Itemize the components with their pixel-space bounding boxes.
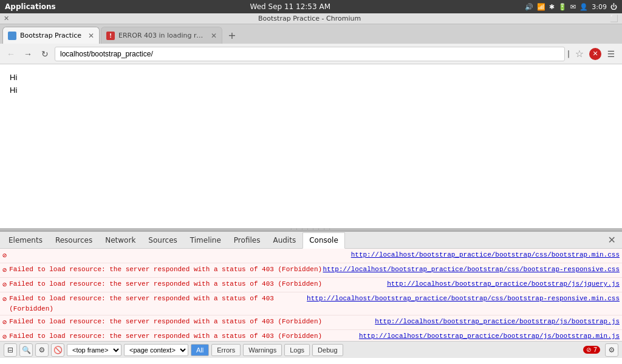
error-icon-3: ⊘ <box>2 294 7 305</box>
error-msg-5: Failed to load resource: the server resp… <box>9 331 359 341</box>
devtools-tab-resources[interactable]: Resources <box>49 232 99 248</box>
filter-warnings-button[interactable]: Warnings <box>243 344 282 356</box>
navigation-bar: ← → ↻ | ☆ ✕ ☰ <box>0 44 622 64</box>
filter-debug-button[interactable]: Debug <box>312 344 343 356</box>
devtools-panel: Elements Resources Network Sources Timel… <box>0 231 622 358</box>
page-content: Hi Hi <box>0 64 622 228</box>
devtools-close-button[interactable]: ✕ <box>604 234 620 246</box>
devtools-tab-elements[interactable]: Elements <box>2 232 49 248</box>
forward-button[interactable]: → <box>21 47 35 61</box>
browser-titlebar: ✕ Bootstrap Practice - Chromium ⬜ <box>0 13 622 24</box>
page-hi-1: Hi <box>10 72 612 84</box>
console-error-0: ⊘ http://localhost/bootstrap_practice/bo… <box>0 249 622 263</box>
error-count-badge: ⊘ 7 <box>583 346 600 354</box>
filter-errors-button[interactable]: Errors <box>211 344 241 356</box>
devtools-tab-profiles[interactable]: Profiles <box>228 232 267 248</box>
error-icon-4: ⊘ <box>2 317 7 328</box>
tab-error-403[interactable]: ! ERROR 403 in loading res... ✕ <box>101 27 222 44</box>
devtools-tab-audits[interactable]: Audits <box>267 232 302 248</box>
error-icon-5: ⊘ <box>2 332 7 341</box>
tab-bootstrap-practice[interactable]: Bootstrap Practice ✕ <box>2 27 100 44</box>
new-tab-button[interactable]: + <box>224 27 241 44</box>
error-url-0[interactable]: http://localhost/bootstrap_practice/boot… <box>351 250 620 260</box>
bookmark-star-icon[interactable]: ☆ <box>572 47 587 61</box>
os-time: 3:09 <box>592 3 607 11</box>
devtools-search-button[interactable]: 🔍 <box>19 343 33 357</box>
os-system-tray: 🔊 📶 ✱ 🔋 ✉ 👤 3:09 ⏻ <box>525 3 617 11</box>
error-url-4[interactable]: http://localhost/bootstrap_practice/boot… <box>375 317 620 327</box>
devtools-tab-timeline[interactable]: Timeline <box>184 232 228 248</box>
console-error-4: ⊘ Failed to load resource: the server re… <box>0 315 622 330</box>
battery-icon: 🔋 <box>558 3 567 11</box>
console-error-2: ⊘ Failed to load resource: the server re… <box>0 278 622 292</box>
volume-icon: 🔊 <box>525 3 533 11</box>
cursor-in-address: | <box>567 50 570 58</box>
devtools-tabs-bar: Elements Resources Network Sources Timel… <box>0 232 622 249</box>
devtools-tab-network[interactable]: Network <box>99 232 142 248</box>
error-url-1[interactable]: http://localhost/bootstrap_practice/boot… <box>323 265 620 275</box>
console-error-1: ⊘ Failed to load resource: the server re… <box>0 263 622 278</box>
browser-maximize-icon[interactable]: ⬜ <box>610 15 618 22</box>
email-icon: ✉ <box>570 3 576 11</box>
tab-close-2[interactable]: ✕ <box>211 32 217 40</box>
devtools-dock-button[interactable]: ⊟ <box>4 343 17 357</box>
error-url-2[interactable]: http://localhost/bootstrap_practice/boot… <box>387 279 620 289</box>
devtools-settings-button[interactable]: ⚙ <box>35 343 49 357</box>
context-selector[interactable]: <page context> <box>124 344 188 356</box>
reload-button[interactable]: ↻ <box>38 47 52 61</box>
stop-button[interactable]: ✕ <box>589 48 601 60</box>
tabs-bar: Bootstrap Practice ✕ ! ERROR 403 in load… <box>0 24 622 44</box>
error-msg-2: Failed to load resource: the server resp… <box>9 279 387 289</box>
frame-selector[interactable]: <top frame> <box>67 344 121 356</box>
error-icon-0: ⊘ <box>2 251 7 261</box>
power-icon: ⏻ <box>610 3 617 11</box>
error-msg-1: Failed to load resource: the server resp… <box>9 265 323 275</box>
error-icon-1: ⊘ <box>2 265 7 276</box>
devtools-console-content: ⊘ http://localhost/bootstrap_practice/bo… <box>0 249 622 341</box>
user-icon: 👤 <box>579 3 588 11</box>
devtools-tab-console[interactable]: Console <box>302 232 345 249</box>
os-app-menu[interactable]: Applications <box>5 2 56 11</box>
error-msg-4: Failed to load resource: the server resp… <box>9 317 375 327</box>
browser-menu-button[interactable]: ☰ <box>604 47 618 61</box>
browser-title: Bootstrap Practice - Chromium <box>258 15 361 22</box>
address-bar[interactable] <box>55 47 565 61</box>
devtools-settings-gear-button[interactable]: ⚙ <box>605 343 618 357</box>
tab-close-1[interactable]: ✕ <box>88 32 94 40</box>
error-msg-3: Failed to load resource: the server resp… <box>9 294 307 314</box>
error-icon-2: ⊘ <box>2 280 7 291</box>
tab-label-1: Bootstrap Practice <box>20 32 84 39</box>
tab-favicon-1 <box>8 32 16 40</box>
filter-all-button[interactable]: All <box>191 344 209 356</box>
os-datetime: Wed Sep 11 12:53 AM <box>250 2 330 11</box>
console-error-3: ⊘ Failed to load resource: the server re… <box>0 292 622 315</box>
error-url-5[interactable]: http://localhost/bootstrap_practice/boot… <box>359 331 620 341</box>
wifi-icon: 📶 <box>537 3 545 11</box>
page-hi-2: Hi <box>10 84 612 97</box>
error-url-3[interactable]: http://localhost/bootstrap_practice/boot… <box>307 294 620 304</box>
tab-label-2: ERROR 403 in loading res... <box>118 32 207 39</box>
os-topbar: Applications Wed Sep 11 12:53 AM 🔊 📶 ✱ 🔋… <box>0 0 622 13</box>
tab-favicon-2: ! <box>106 32 115 40</box>
back-button[interactable]: ← <box>4 47 18 61</box>
bluetooth-icon: ✱ <box>549 3 555 11</box>
devtools-bottom-bar: ⊟ 🔍 ⚙ 🚫 <top frame> <page context> All E… <box>0 341 622 358</box>
browser-close-icon[interactable]: ✕ <box>4 15 9 22</box>
devtools-prohibit-button[interactable]: 🚫 <box>51 343 64 357</box>
filter-logs-button[interactable]: Logs <box>284 344 310 356</box>
devtools-tab-sources[interactable]: Sources <box>142 232 183 248</box>
console-error-5: ⊘ Failed to load resource: the server re… <box>0 330 622 341</box>
